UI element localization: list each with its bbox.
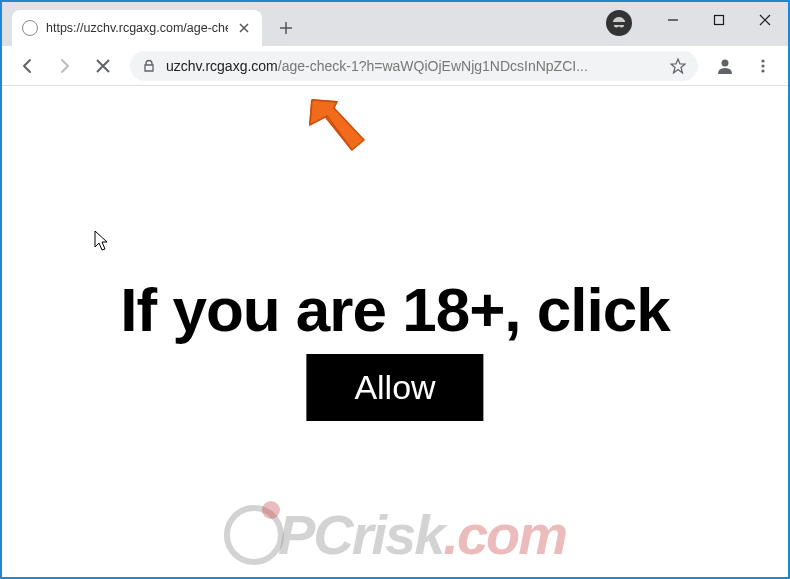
svg-point-3 xyxy=(761,64,764,67)
profile-icon xyxy=(715,56,735,76)
lock-icon xyxy=(142,59,156,73)
new-tab-button[interactable] xyxy=(272,14,300,42)
plus-icon xyxy=(279,21,293,35)
url-path: /age-check-1?h=waWQiOjEwNjg1NDcsInNpZCI.… xyxy=(278,58,588,74)
watermark-logo-icon xyxy=(224,505,284,565)
watermark-tld: .com xyxy=(443,502,566,567)
forward-icon xyxy=(56,57,74,75)
close-tab-button[interactable] xyxy=(236,20,252,36)
address-bar[interactable]: uzchv.rcgaxg.com/age-check-1?h=waWQiOjEw… xyxy=(130,51,698,81)
watermark: PCrisk.com xyxy=(224,502,566,567)
stop-icon xyxy=(95,58,111,74)
svg-point-1 xyxy=(722,59,729,66)
back-icon xyxy=(18,57,36,75)
url-domain: uzchv.rcgaxg.com xyxy=(166,58,278,74)
browser-tab[interactable]: https://uzchv.rcgaxg.com/age-che xyxy=(12,10,262,46)
window-controls xyxy=(606,2,788,46)
close-window-button[interactable] xyxy=(742,4,788,36)
star-icon xyxy=(670,58,686,74)
tabs-area: https://uzchv.rcgaxg.com/age-che xyxy=(2,2,300,46)
allow-button[interactable]: Allow xyxy=(306,354,483,421)
minimize-icon xyxy=(667,14,679,26)
back-button[interactable] xyxy=(10,49,44,83)
globe-icon xyxy=(22,20,38,36)
svg-rect-0 xyxy=(715,16,724,25)
close-icon xyxy=(239,23,249,33)
maximize-button[interactable] xyxy=(696,4,742,36)
forward-button[interactable] xyxy=(48,49,82,83)
menu-button[interactable] xyxy=(746,49,780,83)
incognito-icon xyxy=(606,10,632,36)
bookmark-button[interactable] xyxy=(670,58,686,74)
svg-point-4 xyxy=(761,69,764,72)
age-check-headline: If you are 18+, click xyxy=(4,274,786,345)
stop-reload-button[interactable] xyxy=(86,49,120,83)
maximize-icon xyxy=(713,14,725,26)
menu-icon xyxy=(755,58,771,74)
svg-point-2 xyxy=(761,59,764,62)
profile-button[interactable] xyxy=(708,49,742,83)
browser-toolbar: uzchv.rcgaxg.com/age-check-1?h=waWQiOjEw… xyxy=(2,46,788,86)
tab-title: https://uzchv.rcgaxg.com/age-che xyxy=(46,21,228,35)
url-text: uzchv.rcgaxg.com/age-check-1?h=waWQiOjEw… xyxy=(166,58,660,74)
page-content: If you are 18+, click Allow PCrisk.com xyxy=(4,86,786,575)
close-icon xyxy=(759,14,771,26)
watermark-brand: PCrisk xyxy=(278,502,443,567)
minimize-button[interactable] xyxy=(650,4,696,36)
window-titlebar: https://uzchv.rcgaxg.com/age-che xyxy=(2,2,788,46)
